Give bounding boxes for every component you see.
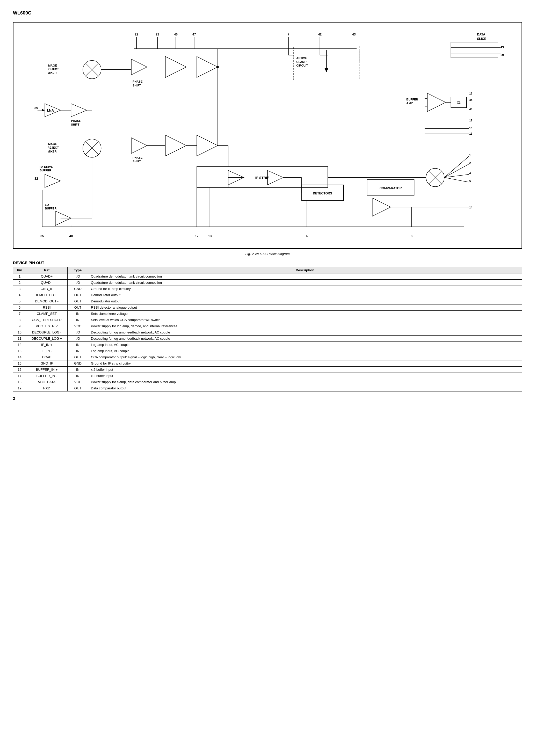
block-diagram-container: 22 23 46 47 7 42 43 DATA SLICE IMAGE [13, 22, 522, 249]
svg-text:40: 40 [70, 234, 73, 238]
table-row: 5DEMOD_OUT -OUTDemodulator output [13, 298, 522, 305]
svg-text:LO: LO [45, 203, 49, 206]
svg-text:CLAMP: CLAMP [296, 60, 307, 64]
table-row: 16BUFFER_IN +INx 2 buffer input [13, 366, 522, 373]
svg-text:SHIFT: SHIFT [132, 84, 141, 87]
svg-text:IMAGE: IMAGE [47, 142, 57, 146]
svg-text:DETECTORS: DETECTORS [313, 192, 332, 195]
table-row: 15GND_IFGNDGround for IF strip circuitry [13, 361, 522, 366]
table-row: 19RXDOUTData comparator output [13, 385, 522, 392]
svg-text:13: 13 [208, 234, 212, 238]
svg-text:44: 44 [469, 98, 473, 101]
section-title: DEVICE PIN OUT [13, 260, 522, 265]
svg-rect-82 [451, 42, 498, 58]
svg-text:42: 42 [318, 33, 322, 36]
svg-marker-87 [427, 93, 446, 112]
svg-text:4: 4 [469, 172, 471, 175]
svg-text:REJECT: REJECT [47, 68, 59, 71]
svg-text:IF STRIP: IF STRIP [255, 176, 269, 180]
svg-text:AMP: AMP [406, 101, 413, 105]
page-number: 2 [13, 396, 522, 400]
col-type: Type [68, 267, 88, 273]
svg-text:5: 5 [469, 180, 471, 183]
svg-text:PHASE: PHASE [71, 119, 81, 122]
svg-text:7: 7 [288, 33, 290, 36]
svg-text:MIXER: MIXER [47, 150, 56, 153]
table-row: 18VCC_DATAVCCPower supply for clamp, dat… [13, 379, 522, 385]
svg-text:45: 45 [469, 108, 472, 111]
svg-text:X2: X2 [457, 101, 461, 104]
svg-line-128 [444, 164, 469, 177]
svg-marker-65 [165, 56, 186, 77]
table-row: 1QUAD+I/OQuadrature demodulator tank cir… [13, 273, 522, 280]
svg-text:CIRCUIT: CIRCUIT [296, 64, 308, 67]
svg-marker-43 [131, 138, 147, 153]
table-row: 9VCC_IFSTRIPVCCPower supply for log amp,… [13, 323, 522, 329]
svg-text:LNA: LNA [47, 108, 54, 112]
svg-text:BUFFER: BUFFER [45, 207, 56, 210]
svg-text:REJECT: REJECT [47, 146, 59, 149]
svg-text:29: 29 [35, 106, 38, 110]
svg-text:SLICE: SLICE [477, 37, 486, 40]
col-desc: Description [88, 267, 522, 273]
svg-marker-30 [42, 109, 45, 112]
page-title: WL600C [13, 10, 522, 16]
svg-text:23: 23 [155, 33, 159, 36]
table-row: 12IF_IN +INLog amp input, AC couple [13, 342, 522, 348]
svg-text:ACTIVE: ACTIVE [296, 56, 307, 60]
svg-text:BUFFER: BUFFER [406, 98, 418, 101]
svg-text:IMAGE: IMAGE [47, 64, 57, 67]
table-row: 7CLAMP_SETINSets clamp knee voltage [13, 311, 522, 317]
svg-text:6: 6 [306, 234, 308, 238]
table-row: 3GND_IFGNDGround for IF strip circuitry [13, 286, 522, 292]
svg-text:DATA: DATA [477, 33, 485, 36]
table-row: 8CCA_THRESHOLDINSets level at which CCA … [13, 317, 522, 323]
svg-marker-132 [165, 135, 186, 156]
svg-text:47: 47 [192, 33, 196, 36]
svg-text:PHASE: PHASE [132, 80, 142, 83]
svg-line-127 [444, 156, 469, 177]
svg-marker-52 [45, 174, 61, 187]
svg-text:20: 20 [500, 53, 504, 56]
diagram-svg-wrapper: 22 23 46 47 7 42 43 DATA SLICE IMAGE [19, 28, 516, 243]
svg-text:43: 43 [352, 33, 356, 36]
table-row: 17BUFFER_IN -INx 2 buffer input [13, 373, 522, 379]
svg-text:10: 10 [469, 127, 472, 130]
svg-text:BUFFER: BUFFER [40, 169, 51, 172]
col-pin: Pin [13, 267, 26, 273]
svg-text:SHIFT: SHIFT [71, 123, 79, 126]
svg-marker-23 [131, 59, 147, 75]
svg-text:PHASE: PHASE [132, 156, 142, 159]
table-row: 4DEMOD_OUT +OUTDemodulator output [13, 292, 522, 298]
svg-text:35: 35 [41, 234, 44, 238]
svg-marker-106 [268, 170, 283, 185]
svg-text:8: 8 [411, 234, 412, 238]
fig-caption: Fig. 2 WL600C block diagram [13, 252, 522, 256]
svg-text:17: 17 [469, 119, 472, 122]
svg-marker-134 [197, 135, 218, 156]
svg-text:2: 2 [469, 161, 471, 164]
svg-line-130 [444, 177, 469, 182]
svg-text:22: 22 [135, 33, 138, 36]
pin-table: Pin Ref Type Description 1QUAD+I/OQuadra… [13, 267, 522, 392]
svg-marker-67 [197, 56, 218, 77]
svg-marker-76 [325, 68, 328, 72]
svg-text:1: 1 [469, 153, 471, 157]
svg-text:MIXER: MIXER [47, 71, 56, 74]
table-row: 14CCABOUTCCA comparator output: signal =… [13, 354, 522, 361]
svg-marker-113 [372, 198, 391, 216]
svg-text:16: 16 [469, 92, 472, 95]
svg-text:SHIFT: SHIFT [132, 160, 141, 163]
svg-text:19: 19 [500, 45, 504, 49]
col-ref: Ref [26, 267, 68, 273]
svg-text:12: 12 [195, 234, 199, 238]
svg-text:32: 32 [35, 176, 38, 180]
svg-line-129 [444, 174, 469, 177]
svg-text:14: 14 [469, 206, 473, 209]
svg-text:COMPARATOR: COMPARATOR [380, 186, 402, 190]
svg-text:11: 11 [469, 132, 472, 135]
table-row: 2QUAD -I/OQuadrature demodulator tank ci… [13, 280, 522, 286]
svg-marker-31 [71, 104, 87, 117]
svg-text:46: 46 [174, 33, 178, 36]
svg-text:PA DRIVE: PA DRIVE [40, 165, 53, 168]
